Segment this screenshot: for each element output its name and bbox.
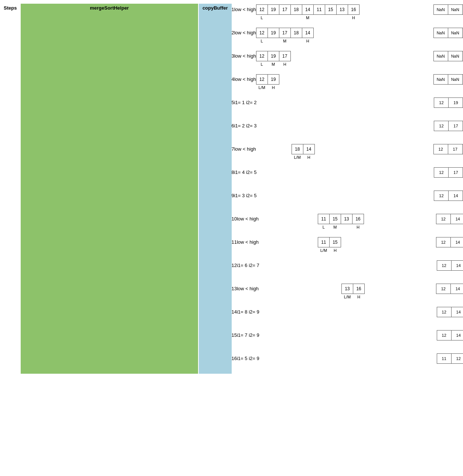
copy-cell: 14 [451, 260, 463, 271]
step-condition: i1= 7 i2= 9 [237, 329, 259, 338]
array-cell: 19 [268, 74, 279, 85]
array-cell: 19 [268, 28, 279, 38]
copy-cell: 14 [450, 214, 463, 224]
step-number: 12 [232, 260, 237, 268]
copy-area: 111213141516171819 [437, 353, 463, 364]
step-condition: low < high [237, 213, 259, 222]
array-label: L [256, 62, 268, 66]
copy-cell: 14 [450, 284, 463, 294]
step-row: 14i1= 8 i2= 9121417181911151316 [232, 306, 460, 326]
array-cell: 17 [279, 4, 291, 15]
array-label: M [302, 16, 314, 20]
merge-area: 11151316LMH [259, 213, 436, 232]
steps-header: Steps [4, 4, 17, 374]
merge-area: 1219171814LMH [256, 27, 433, 45]
copy-cell: NaN [433, 28, 448, 38]
array-label [341, 225, 353, 229]
merge-area: 121917181411151316LMH [256, 4, 433, 22]
array-label: L/M [318, 248, 330, 253]
merge-area [259, 353, 437, 371]
merge-array-wrapper: 1814L/MH [292, 144, 314, 160]
array-cell: 14 [303, 144, 315, 154]
copy-cell: 12 [433, 144, 448, 154]
copy-cell: 12 [436, 284, 451, 294]
array-label: H [353, 295, 365, 299]
array-cell: 17 [279, 51, 291, 61]
step-number: 5 [232, 97, 234, 105]
merge-area: 1219L/MH [256, 73, 433, 92]
copy-cell: NaN [448, 28, 463, 38]
step-row: 1low < high121917181411151316LMHNaNNaNNa… [232, 4, 460, 24]
step-condition: low < high [234, 143, 256, 152]
step-row: 15i1= 7 i2= 9121417181911131516 [232, 329, 460, 350]
copy-area: NaNNaNNaNNaNNaNNaNNaNNaNNaN [433, 27, 463, 38]
step-row: 11low < high1115L/MH1214171819NaNNaNNaNN… [232, 236, 460, 257]
array-label: L [256, 39, 268, 43]
merge-area [259, 329, 437, 348]
copy-cell: 12 [434, 167, 449, 178]
copy-cell: NaN [433, 74, 448, 85]
step-row: 5i1= 1 i2= 21219NaNNaNNaNNaNNaNNaNNaN [232, 97, 460, 117]
step-condition: low < high [234, 73, 256, 82]
copy-area: 12141718191115NaNNaN [437, 260, 463, 271]
merge-area [259, 260, 437, 278]
array-cell: 12 [256, 28, 268, 38]
copy-area: 121417181911151316 [437, 306, 463, 317]
step-row: 10low < high11151316LMH1214171819NaNNaNN… [232, 213, 460, 233]
copy-cell: 14 [451, 307, 463, 317]
step-number: 8 [232, 167, 234, 175]
array-cell: 19 [268, 4, 279, 15]
array-label: H [279, 62, 291, 66]
array-cell: 13 [336, 4, 348, 15]
step-condition: low < high [234, 50, 256, 59]
array-label [313, 16, 325, 20]
copy-cell: 12 [451, 353, 463, 364]
copy-cell: NaN [433, 51, 448, 61]
copy-cell: NaN [448, 51, 463, 61]
array-label [325, 16, 337, 20]
copy-cell: NaN [448, 74, 463, 85]
copy-area: 1217191418NaNNaNNaNNaN [434, 167, 463, 178]
array-label: H [268, 85, 279, 90]
array-cell: 18 [290, 4, 302, 15]
step-row: 8i1= 4 i2= 51217191418NaNNaNNaNNaN [232, 167, 460, 187]
array-cell: 15 [325, 4, 337, 15]
array-label [279, 16, 291, 20]
step-row: 9i1= 3 i2= 51214171819NaNNaNNaNNaN [232, 190, 460, 210]
copy-area: 12141718191115NaNNaN [436, 283, 463, 294]
step-number: 1 [232, 4, 234, 12]
step-row: 6i1= 2 i2= 3121719NaNNaNNaNNaNNaNNaN [232, 120, 460, 140]
array-cell: 16 [348, 4, 360, 15]
merge-area: 1316L/MH [259, 283, 436, 301]
step-condition: i1= 6 i2= 7 [237, 260, 259, 268]
step-number: 15 [232, 329, 237, 338]
copy-cell: NaN [448, 4, 463, 15]
copy-area: NaNNaNNaNNaNNaNNaNNaNNaNNaN [433, 4, 463, 15]
merge-area [259, 306, 437, 325]
array-label: M [279, 39, 291, 43]
step-row: 4low < high1219L/MHNaNNaNNaNNaNNaNNaNNaN… [232, 73, 460, 94]
copy-area: 1214171819NaNNaNNaNNaN [436, 213, 463, 224]
merge-area [256, 120, 434, 138]
step-condition: i1= 1 i2= 2 [234, 97, 257, 105]
copy-area: 121719NaNNaNNaNNaNNaNNaN [434, 120, 463, 131]
step-condition: i1= 3 i2= 5 [234, 190, 257, 198]
array-cell: 12 [256, 51, 268, 61]
copy-area: 1214171819NaNNaNNaNNaN [434, 190, 463, 201]
step-condition: low < high [234, 4, 256, 12]
copy-cell: 12 [437, 260, 452, 271]
array-cell: 14 [302, 28, 314, 38]
step-row: 13low < high1316L/MH12141718191115NaNNaN [232, 283, 460, 303]
array-cell: 19 [268, 51, 279, 61]
array-label: H [303, 155, 315, 160]
step-condition: low < high [234, 27, 256, 35]
merge-area: 121917LMH [256, 50, 433, 69]
array-label [336, 16, 348, 20]
array-label: L [256, 16, 268, 20]
merge-area [256, 167, 434, 185]
copy-cell: 14 [448, 191, 463, 201]
copy-cell: 12 [437, 330, 452, 340]
step-number: 10 [232, 213, 237, 222]
step-condition: i1= 5 i2= 9 [237, 353, 259, 361]
array-label [290, 16, 302, 20]
